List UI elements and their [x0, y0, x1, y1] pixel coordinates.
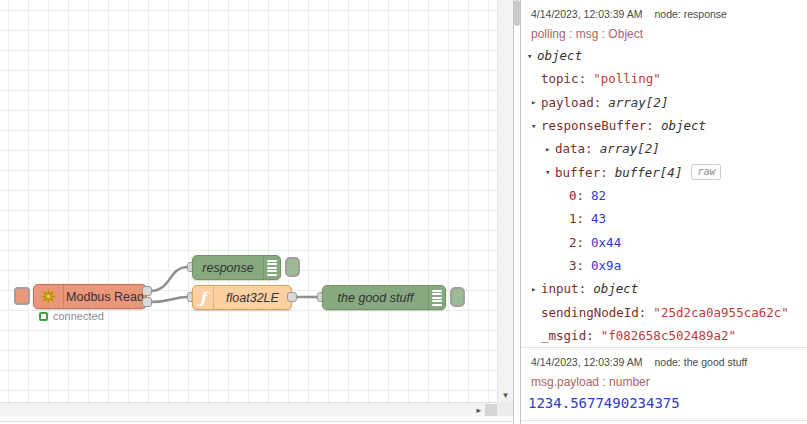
- debug-key: _msgid:: [541, 328, 594, 343]
- debug-tree-row: ▾responseBuffer:object: [521, 114, 807, 137]
- modbus-status: connected: [39, 310, 104, 322]
- expand-right-icon[interactable]: ▸: [545, 144, 555, 154]
- debug-value: "polling": [593, 71, 661, 86]
- flow-canvas[interactable]: Modbus Read connected response ƒ float32…: [0, 0, 497, 402]
- node-modbus-read[interactable]: Modbus Read: [33, 284, 147, 309]
- debug-key: 2:: [569, 235, 584, 250]
- expand-down-icon[interactable]: ▾: [545, 167, 555, 177]
- expand-down-icon[interactable]: ▾: [527, 51, 537, 61]
- debug-message-meta: 4/14/2023, 12:03:39 AM node: response: [521, 4, 807, 23]
- debug-key: sendingNodeId:: [541, 305, 646, 320]
- function-output-port[interactable]: [287, 292, 297, 302]
- debug-tree-row: topic:"polling": [521, 67, 807, 90]
- debug-timestamp: 4/14/2023, 12:03:39 AM: [531, 356, 643, 368]
- debug-tree-row: sendingNodeId:"25d2ca0a955ca62c": [521, 301, 807, 324]
- debug-key: 1:: [569, 211, 584, 226]
- bottom-border: [0, 421, 513, 422]
- node-label: float32LE: [214, 291, 291, 305]
- debug-key: buffer:: [555, 165, 608, 180]
- node-label: response: [193, 261, 263, 275]
- debug-value: object: [661, 118, 706, 133]
- debug-message-path: msg.payload : number: [521, 371, 807, 392]
- debug-node-name: node: the good stuff: [655, 356, 748, 368]
- debug-message-meta: 4/14/2023, 12:03:39 AM node: the good st…: [521, 352, 807, 371]
- canvas-horizontal-scrollbar[interactable]: ▸: [0, 402, 497, 416]
- status-text: connected: [53, 310, 104, 322]
- debug-value: object: [593, 281, 638, 296]
- debug-value: buffer[4]: [615, 165, 683, 180]
- modbus-node-button[interactable]: [14, 287, 30, 305]
- modbus-output-port-2[interactable]: [142, 297, 152, 307]
- debug-key: data:: [555, 141, 593, 156]
- debug-value: 0x44: [591, 235, 621, 250]
- debug-message-path: polling : msg : Object: [521, 23, 807, 44]
- response-debug-toggle-button[interactable]: [285, 257, 300, 277]
- debug-key: 0:: [569, 188, 584, 203]
- debug-key: 3:: [569, 258, 584, 273]
- debug-value: array[2]: [600, 141, 660, 156]
- node-good-stuff-debug[interactable]: the good stuff: [322, 285, 446, 310]
- debug-node-name: node: response: [655, 8, 727, 20]
- scroll-down-icon[interactable]: ▾: [498, 390, 513, 400]
- modbus-flower-icon: [34, 285, 64, 308]
- function-icon: ƒ: [193, 286, 214, 309]
- debug-tree-row: 3:0x9a: [521, 254, 807, 277]
- debug-tree-row: ▸input:object: [521, 277, 807, 300]
- node-label: Modbus Read: [64, 290, 146, 304]
- debug-key: topic:: [541, 71, 586, 86]
- debug-value: "25d2ca0a955ca62c": [653, 305, 788, 320]
- scrollbar-corner: [497, 402, 513, 416]
- debug-value: "f082658c502489a2": [601, 328, 736, 343]
- wires-layer: [0, 0, 497, 402]
- expand-right-icon[interactable]: ▸: [531, 97, 541, 107]
- debug-value: array[2]: [608, 95, 668, 110]
- debug-tree-row: 1:43: [521, 207, 807, 230]
- goodstuff-debug-toggle-button[interactable]: [450, 287, 465, 307]
- scroll-right-icon[interactable]: ▸: [476, 404, 481, 416]
- modbus-output-port-1[interactable]: [142, 286, 152, 296]
- wire-modbus-function[interactable]: [150, 297, 188, 302]
- debug-tree-row: ▾object: [521, 44, 807, 67]
- debug-value: 43: [591, 211, 606, 226]
- debug-message-tree: ▾objecttopic:"polling"▸payload:array[2]▾…: [521, 44, 807, 347]
- canvas-vertical-scrollbar[interactable]: ▾: [497, 0, 513, 402]
- debug-list-icon: [263, 256, 280, 279]
- node-response-debug[interactable]: response: [192, 255, 281, 280]
- debug-tree-row: ▸data:array[2]: [521, 137, 807, 160]
- node-label: the good stuff: [323, 291, 428, 305]
- debug-message-good-stuff: 4/14/2023, 12:03:39 AM node: the good st…: [521, 348, 807, 421]
- expand-down-icon[interactable]: ▾: [531, 121, 541, 131]
- status-ring-icon: [39, 312, 48, 321]
- debug-value: object: [537, 48, 582, 63]
- debug-sidebar: 4/14/2023, 12:03:39 AM node: response po…: [521, 0, 807, 424]
- horizontal-scroll-thumb[interactable]: [485, 404, 497, 416]
- raw-toggle-button[interactable]: raw: [691, 164, 721, 180]
- debug-tree-row: 2:0x44: [521, 231, 807, 254]
- debug-payload-number: 1234.5677490234375: [521, 392, 807, 420]
- debug-tree-row: _msgid:"f082658c502489a2": [521, 324, 807, 347]
- debug-key: payload:: [541, 95, 601, 110]
- expand-right-icon[interactable]: ▸: [531, 284, 541, 294]
- debug-tree-row: ▸payload:array[2]: [521, 91, 807, 114]
- debug-message-response: 4/14/2023, 12:03:39 AM node: response po…: [521, 0, 807, 348]
- wire-modbus-response[interactable]: [150, 267, 188, 291]
- debug-tree-row: ▾buffer:buffer[4]raw: [521, 161, 807, 184]
- debug-key: responseBuffer:: [541, 118, 654, 133]
- debug-list-icon: [428, 286, 445, 309]
- node-function-float32le[interactable]: ƒ float32LE: [192, 285, 292, 310]
- debug-key: input:: [541, 281, 586, 296]
- debug-value: 0x9a: [591, 258, 621, 273]
- debug-value: 82: [591, 188, 606, 203]
- debug-timestamp: 4/14/2023, 12:03:39 AM: [531, 8, 643, 20]
- sidebar-separator[interactable]: [513, 0, 514, 424]
- debug-tree-row: 0:82: [521, 184, 807, 207]
